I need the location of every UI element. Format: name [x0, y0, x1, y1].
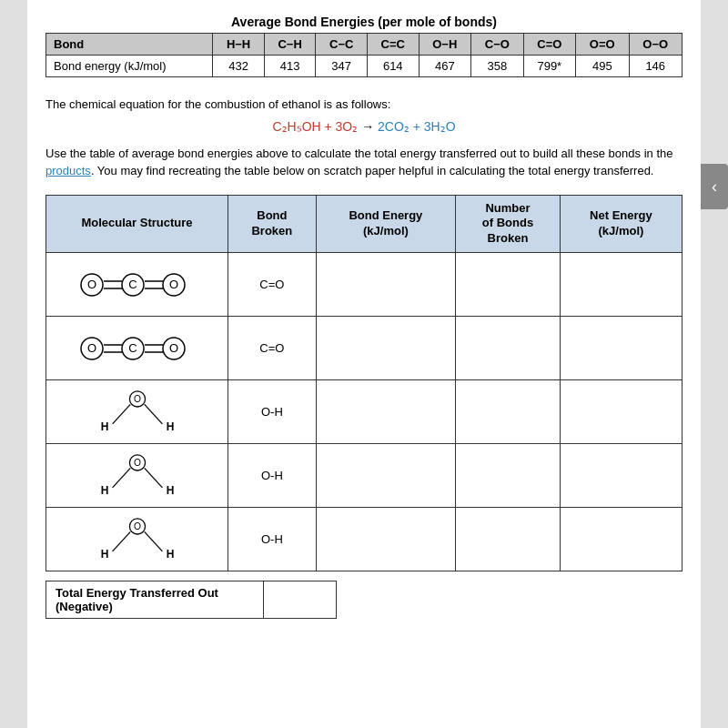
val-hh: 432 — [213, 56, 265, 77]
bond-energy-1 — [316, 253, 455, 317]
val-cc: 347 — [316, 56, 368, 77]
col-ch: C−H — [264, 34, 316, 56]
svg-text:H: H — [166, 483, 174, 496]
col-bond-energy: Bond Energy(kJ/mol) — [316, 195, 455, 253]
col-bond: Bond — [46, 34, 213, 56]
col-molecular-structure: Molecular Structure — [46, 195, 228, 253]
svg-line-36 — [144, 531, 162, 551]
mol-structure-co2-1: O C O — [46, 253, 228, 317]
col-hh: H−H — [213, 34, 265, 56]
svg-text:H: H — [166, 420, 174, 432]
svg-text:H: H — [100, 547, 108, 560]
products-link[interactable]: products — [46, 164, 91, 177]
svg-text:O: O — [168, 341, 177, 355]
svg-line-34 — [112, 531, 130, 551]
table-row: O H H O-H — [46, 444, 682, 508]
svg-text:O: O — [86, 341, 96, 355]
table-row: O H H O-H — [46, 380, 682, 444]
val-oo-double: 495 — [576, 56, 629, 77]
table-row: O C O C=O — [46, 317, 682, 380]
col-oo-double: O=O — [576, 34, 629, 56]
page-container: Average Bond Energies (per mole of bonds… — [27, 0, 701, 728]
val-co-double: 799* — [523, 56, 576, 77]
svg-line-22 — [112, 404, 130, 423]
equation-arrow: → — [358, 119, 378, 134]
svg-text:O: O — [168, 278, 177, 291]
nav-arrow[interactable]: ‹ — [701, 164, 728, 209]
svg-text:C: C — [128, 341, 136, 355]
data-table: Molecular Structure BondBroken Bond Ener… — [46, 195, 682, 572]
total-row: Total Energy Transferred Out (Negative) — [46, 581, 337, 619]
table-row: O C O — [46, 253, 682, 317]
num-bonds-5 — [456, 508, 561, 571]
table-row: O H H O-H — [46, 508, 682, 571]
h2o-molecule-2-svg: O H H — [74, 449, 201, 503]
val-ch: 413 — [264, 56, 316, 77]
val-oh: 467 — [419, 56, 471, 77]
num-bonds-3 — [456, 380, 561, 444]
svg-text:O: O — [86, 278, 96, 291]
svg-text:O: O — [134, 394, 141, 404]
svg-text:O: O — [134, 458, 141, 468]
intro-text1: The chemical equation for the combustion… — [46, 96, 682, 114]
bond-energy-4 — [316, 444, 455, 508]
net-energy-5 — [560, 508, 682, 571]
num-bonds-2 — [456, 317, 561, 380]
intro-section: The chemical equation for the combustion… — [46, 96, 682, 180]
bond-broken-2: C=O — [228, 317, 317, 380]
svg-text:H: H — [166, 547, 174, 560]
mol-structure-h2o-1: O H H — [46, 380, 228, 444]
col-bond-broken: BondBroken — [228, 195, 317, 253]
svg-text:C: C — [128, 278, 136, 291]
co2-molecule-2-svg: O C O — [74, 321, 201, 376]
mol-structure-h2o-3: O H H — [46, 508, 228, 571]
svg-line-24 — [144, 404, 162, 423]
col-net-energy: Net Energy(kJ/mol) — [560, 195, 682, 253]
bond-energy-table: Bond H−H C−H C−C C=C O−H C−O C=O O=O O−O… — [46, 33, 682, 77]
num-bonds-4 — [456, 444, 561, 508]
val-co: 358 — [471, 56, 524, 77]
h2o-molecule-1-svg: O H H — [74, 385, 201, 440]
bond-broken-4: O-H — [228, 444, 317, 508]
bond-broken-3: O-H — [228, 380, 317, 444]
mol-structure-h2o-2: O H H — [46, 444, 228, 508]
svg-text:H: H — [100, 420, 108, 432]
bond-broken-1: C=O — [228, 253, 317, 317]
equation-red: C₂H₅OH + 3O₂ — [272, 119, 358, 134]
bond-energy-5 — [316, 508, 455, 571]
col-oh: O−H — [419, 34, 471, 56]
bond-energy-row: Bond energy (kJ/mol) 432 413 347 614 467… — [46, 56, 682, 77]
total-label: Total Energy Transferred Out (Negative) — [46, 581, 264, 619]
equation-blue: 2CO₂ + 3H₂O — [378, 119, 456, 134]
net-energy-2 — [560, 317, 682, 380]
svg-text:O: O — [134, 521, 141, 531]
mol-structure-co2-2: O C O — [46, 317, 228, 380]
bond-table-wrapper: Average Bond Energies (per mole of bonds… — [46, 15, 682, 77]
col-oo: O−O — [629, 34, 682, 56]
bond-energy-3 — [316, 380, 455, 444]
total-row-table: Total Energy Transferred Out (Negative) — [46, 581, 337, 619]
net-energy-4 — [560, 444, 682, 508]
h2o-molecule-3-svg: O H H — [74, 512, 201, 567]
svg-line-28 — [112, 468, 130, 487]
col-cc-double: C=C — [367, 34, 419, 56]
bond-energy-2 — [316, 317, 455, 380]
svg-text:H: H — [100, 483, 108, 496]
col-co-double: C=O — [523, 34, 576, 56]
total-value — [264, 581, 337, 619]
col-cc: C−C — [316, 34, 368, 56]
net-energy-1 — [560, 253, 682, 317]
col-num-bonds: Numberof BondsBroken — [456, 195, 561, 253]
instruction-text: Use the table of average bond energies a… — [46, 145, 682, 180]
co2-molecule-1-svg: O C O — [74, 258, 201, 312]
net-energy-3 — [560, 380, 682, 444]
num-bonds-1 — [456, 253, 561, 317]
bond-table-header-row: Bond H−H C−H C−C C=C O−H C−O C=O O=O O−O — [46, 34, 682, 56]
bond-table-title: Average Bond Energies (per mole of bonds… — [46, 15, 682, 29]
val-oo: 146 — [629, 56, 682, 77]
equation-line: C₂H₅OH + 3O₂ → 2CO₂ + 3H₂O — [46, 119, 682, 134]
bond-broken-5: O-H — [228, 508, 317, 571]
col-co: C−O — [471, 34, 524, 56]
total-section: Total Energy Transferred Out (Negative) — [46, 581, 682, 619]
svg-line-30 — [144, 468, 162, 487]
